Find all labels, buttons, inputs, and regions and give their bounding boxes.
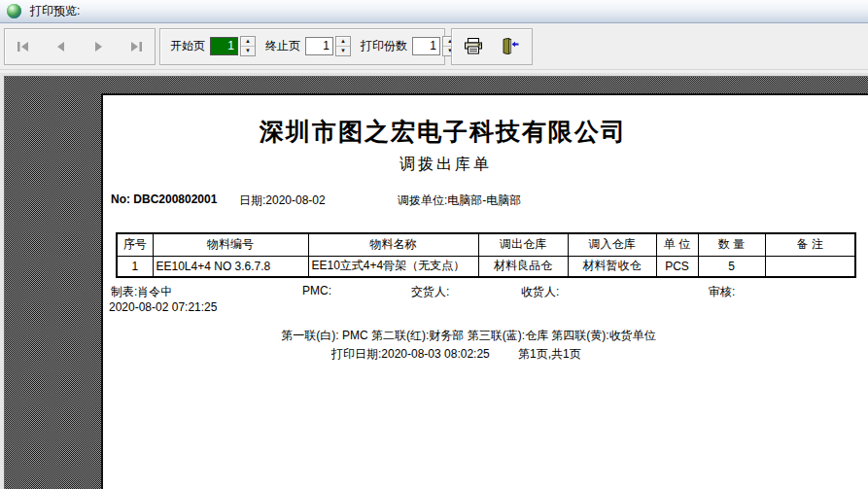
exit-door-icon (501, 38, 519, 54)
exit-button[interactable] (496, 33, 525, 60)
printer-icon (464, 38, 483, 54)
copies-input[interactable]: 1 (412, 37, 440, 55)
nav-panel (4, 28, 156, 65)
end-page-label: 终止页 (265, 38, 300, 54)
make-timestamp: 2020-08-02 07:21:25 (109, 300, 217, 314)
spin-down-icon[interactable]: ▼ (336, 47, 350, 55)
previous-page-button[interactable] (49, 35, 74, 58)
page-controls-panel: 开始页 1 ▲ ▼ 终止页 1 ▲ ▼ 打印份数 1 ▲ ▼ (159, 28, 445, 65)
receiver-signature: 收货人: (521, 284, 559, 300)
last-page-button[interactable] (123, 35, 149, 58)
last-page-icon (129, 41, 143, 52)
cell-unit: PCS (656, 256, 698, 277)
deliverer-signature: 交货人: (411, 284, 449, 300)
document-page: 深圳市图之宏电子科技有限公司 调拨出库单 No: DBC200802001 日期… (101, 93, 868, 489)
copies-label: 打印份数 (361, 38, 407, 54)
col-header-code: 物料编号 (153, 233, 308, 256)
table-row: 1 EE10L4+4 NO 3.6.7.8 EE10立式4+4骨架（无支点） 材… (117, 256, 855, 277)
company-name: 深圳市图之宏电子科技有限公司 (103, 116, 783, 148)
cell-name: EE10立式4+4骨架（无支点） (308, 256, 478, 277)
cell-code: EE10L4+4 NO 3.6.7.8 (153, 256, 308, 277)
window-titlebar: 打印预览: (0, 0, 868, 23)
page-info: 第1页,共1页 (518, 346, 581, 363)
preview-area[interactable]: 深圳市图之宏电子科技有限公司 调拨出库单 No: DBC200802001 日期… (0, 73, 868, 489)
maker-signature: 制表:肖令中 (111, 284, 172, 300)
end-page-input[interactable]: 1 (305, 37, 333, 55)
window-title: 打印预览: (30, 3, 80, 19)
next-page-button[interactable] (86, 35, 111, 58)
spin-up-icon[interactable]: ▲ (336, 37, 350, 47)
spin-down-icon[interactable]: ▼ (241, 47, 255, 55)
col-header-from-wh: 调出仓库 (478, 233, 568, 256)
print-button[interactable] (459, 33, 488, 60)
copies-distribution-line: 第一联(白): PMC 第二联(红):财务部 第三联(蓝):仓库 第四联(黄):… (103, 328, 834, 344)
start-page-label: 开始页 (170, 38, 205, 54)
items-table: 序号 物料编号 物料名称 调出仓库 调入仓库 单 位 数 量 备 注 1 EE1… (116, 232, 856, 278)
app-sphere-icon (7, 4, 21, 18)
start-page-spinner: 1 ▲ ▼ (210, 36, 256, 56)
transfer-unit: 调拨单位:电脑部-电脑部 (398, 192, 521, 209)
col-header-seq: 序号 (117, 233, 153, 256)
col-header-remark: 备 注 (765, 233, 855, 256)
auditor-signature: 审核: (709, 284, 735, 300)
spin-up-icon[interactable]: ▲ (241, 37, 255, 47)
previous-page-icon (54, 41, 68, 52)
pmc-signature: PMC: (302, 284, 331, 297)
document-content: 深圳市图之宏电子科技有限公司 调拨出库单 No: DBC200802001 日期… (103, 95, 868, 489)
col-header-qty: 数 量 (698, 233, 765, 256)
end-page-spinner: 1 ▲ ▼ (305, 36, 351, 56)
toolbar: 开始页 1 ▲ ▼ 终止页 1 ▲ ▼ 打印份数 1 ▲ ▼ (0, 23, 868, 70)
start-page-input[interactable]: 1 (210, 37, 238, 55)
cell-remark (765, 256, 855, 277)
end-page-spin-buttons: ▲ ▼ (335, 36, 351, 56)
cell-from-wh: 材料良品仓 (478, 256, 568, 277)
document-title: 调拨出库单 (103, 155, 788, 175)
doc-date: 日期:2020-08-02 (239, 192, 326, 209)
first-page-button[interactable] (11, 35, 36, 58)
cell-seq: 1 (117, 256, 153, 277)
cell-to-wh: 材料暂收仓 (568, 256, 656, 277)
cell-qty: 5 (698, 256, 765, 277)
table-header-row: 序号 物料编号 物料名称 调出仓库 调入仓库 单 位 数 量 备 注 (117, 233, 855, 256)
doc-number: No: DBC200802001 (111, 192, 217, 206)
print-exit-panel (451, 28, 533, 65)
col-header-to-wh: 调入仓库 (568, 233, 656, 256)
next-page-icon (91, 41, 105, 52)
start-page-spin-buttons: ▲ ▼ (240, 36, 256, 56)
first-page-icon (17, 41, 30, 52)
print-date: 打印日期:2020-08-03 08:02:25 (331, 346, 490, 363)
col-header-name: 物料名称 (308, 233, 478, 256)
col-header-unit: 单 位 (656, 233, 698, 256)
